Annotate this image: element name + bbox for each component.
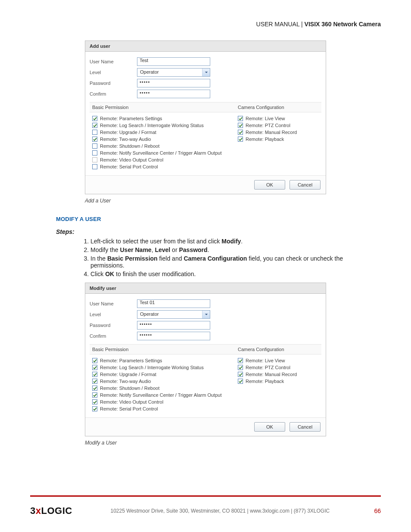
permission-item[interactable]: Remote: Log Search / Interrogate Working… xyxy=(92,123,233,128)
permission-item[interactable]: Remote: Two-way Audio xyxy=(92,137,233,142)
doc-header-product: VISIX 360 Network Camera xyxy=(305,21,381,28)
level-select[interactable]: Operator xyxy=(137,68,210,77)
permission-item[interactable]: Remote: PTZ Control xyxy=(238,365,319,370)
chevron-down-icon xyxy=(202,68,210,76)
permission-item[interactable]: Remote: Shutdown / Reboot xyxy=(92,143,233,149)
permission-item[interactable]: Remote: Parameters Settings xyxy=(92,116,233,121)
figure-caption: Add a User xyxy=(85,198,326,204)
permission-item[interactable]: Remote: Parameters Settings xyxy=(92,358,233,363)
basic-permission-header: Basic Permission xyxy=(90,102,235,112)
basic-permission-header: Basic Permission xyxy=(90,344,235,355)
permission-label: Remote: Notify Surveillance Center / Tri… xyxy=(100,150,221,156)
confirm-input[interactable]: ••••• xyxy=(137,90,210,98)
modify-user-dialog: Modify user User Name Test 01 Level Oper… xyxy=(85,283,326,436)
checkbox[interactable] xyxy=(92,164,97,169)
checkbox[interactable] xyxy=(238,372,243,377)
checkbox[interactable] xyxy=(92,137,97,142)
perm-left-list: Remote: Parameters SettingsRemote: Log S… xyxy=(90,355,235,415)
permission-item[interactable]: Remote: Notify Surveillance Center / Tri… xyxy=(92,392,233,398)
checkbox[interactable] xyxy=(238,123,243,128)
permission-item[interactable]: Remote: Video Output Control xyxy=(92,157,233,162)
permission-label: Remote: Shutdown / Reboot xyxy=(100,143,159,149)
perm-right-list: Remote: Live ViewRemote: PTZ ControlRemo… xyxy=(235,355,321,387)
checkbox[interactable] xyxy=(92,399,97,404)
steps-list: Left-click to select the user from the l… xyxy=(73,238,355,277)
level-label: Level xyxy=(90,312,137,317)
ok-button[interactable]: OK xyxy=(254,422,285,432)
checkbox[interactable] xyxy=(92,150,97,156)
figure-caption: Modify a User xyxy=(85,440,326,446)
permission-item[interactable]: Remote: Shutdown / Reboot xyxy=(92,386,233,391)
page-number: 66 xyxy=(368,507,381,514)
username-input[interactable]: Test xyxy=(137,57,210,66)
checkbox[interactable] xyxy=(92,123,97,128)
checkbox[interactable] xyxy=(92,116,97,121)
checkbox[interactable] xyxy=(92,379,97,384)
checkbox[interactable] xyxy=(238,358,243,363)
permission-item[interactable]: Remote: Playback xyxy=(238,379,319,384)
permission-item[interactable]: Remote: Log Search / Interrogate Working… xyxy=(92,365,233,370)
checkbox[interactable] xyxy=(92,406,97,411)
cancel-button[interactable]: Cancel xyxy=(290,180,321,190)
permission-item[interactable]: Remote: Live View xyxy=(238,358,319,363)
brand-logo: 3xLOGIC xyxy=(30,505,72,516)
permission-item[interactable]: Remote: Two-way Audio xyxy=(92,379,233,384)
perm-right-list: Remote: Live ViewRemote: PTZ ControlRemo… xyxy=(235,112,321,145)
permission-label: Remote: Shutdown / Reboot xyxy=(100,386,159,391)
password-label: Password xyxy=(90,81,137,86)
checkbox[interactable] xyxy=(92,157,97,162)
checkbox[interactable] xyxy=(92,130,97,135)
section-heading: MODIFY A USER xyxy=(56,216,355,222)
permission-label: Remote: Notify Surveillance Center / Tri… xyxy=(100,392,221,398)
checkbox[interactable] xyxy=(92,372,97,377)
confirm-input[interactable]: •••••• xyxy=(137,332,210,340)
permission-item[interactable]: Remote: Manual Record xyxy=(238,372,319,377)
checkbox[interactable] xyxy=(92,358,97,363)
page-footer: 3xLOGIC 10225 Westmoor Drive, Suite 300,… xyxy=(30,495,381,516)
permission-item[interactable]: Remote: Serial Port Control xyxy=(92,164,233,169)
confirm-label: Confirm xyxy=(90,91,137,96)
camera-config-header: Camera Configuration xyxy=(235,102,321,112)
permission-item[interactable]: Remote: Upgrade / Format xyxy=(92,130,233,135)
permission-item[interactable]: Remote: Serial Port Control xyxy=(92,406,233,411)
permission-label: Remote: PTZ Control xyxy=(246,365,290,370)
cancel-button[interactable]: Cancel xyxy=(290,422,321,432)
add-user-dialog: Add user User Name Test Level Operator P… xyxy=(85,40,326,194)
confirm-label: Confirm xyxy=(90,333,137,339)
username-input[interactable]: Test 01 xyxy=(137,299,210,308)
checkbox[interactable] xyxy=(238,379,243,384)
ok-button[interactable]: OK xyxy=(254,180,285,190)
checkbox[interactable] xyxy=(92,386,97,391)
checkbox[interactable] xyxy=(92,143,97,149)
permission-item[interactable]: Remote: Manual Record xyxy=(238,130,319,135)
chevron-down-icon xyxy=(202,311,210,318)
permission-item[interactable]: Remote: Notify Surveillance Center / Tri… xyxy=(92,150,233,156)
level-value: Operator xyxy=(137,68,210,75)
permission-item[interactable]: Remote: Upgrade / Format xyxy=(92,372,233,377)
checkbox[interactable] xyxy=(92,365,97,370)
permission-item[interactable]: Remote: PTZ Control xyxy=(238,123,319,128)
password-input[interactable]: ••••• xyxy=(137,79,210,87)
permission-label: Remote: Parameters Settings xyxy=(100,358,162,363)
dialog-title: Modify user xyxy=(85,283,326,294)
checkbox[interactable] xyxy=(238,137,243,142)
permission-item[interactable]: Remote: Playback xyxy=(238,137,319,142)
checkbox[interactable] xyxy=(238,365,243,370)
level-value: Operator xyxy=(137,311,210,317)
permission-item[interactable]: Remote: Live View xyxy=(238,116,319,121)
step-item: Left-click to select the user from the l… xyxy=(90,238,355,245)
step-item: In the Basic Permission field and Camera… xyxy=(90,255,355,269)
permission-label: Remote: Video Output Control xyxy=(100,399,163,404)
permission-label: Remote: Upgrade / Format xyxy=(100,130,156,135)
permission-label: Remote: Live View xyxy=(246,116,285,121)
permission-label: Remote: Serial Port Control xyxy=(100,406,158,411)
permission-item[interactable]: Remote: Video Output Control xyxy=(92,399,233,404)
level-select[interactable]: Operator xyxy=(137,310,210,319)
footer-rule xyxy=(30,495,381,497)
step-item: Click OK to finish the user modification… xyxy=(90,271,355,277)
password-label: Password xyxy=(90,323,137,328)
password-input[interactable]: •••••• xyxy=(137,321,210,330)
checkbox[interactable] xyxy=(92,392,97,398)
checkbox[interactable] xyxy=(238,116,243,121)
checkbox[interactable] xyxy=(238,130,243,135)
